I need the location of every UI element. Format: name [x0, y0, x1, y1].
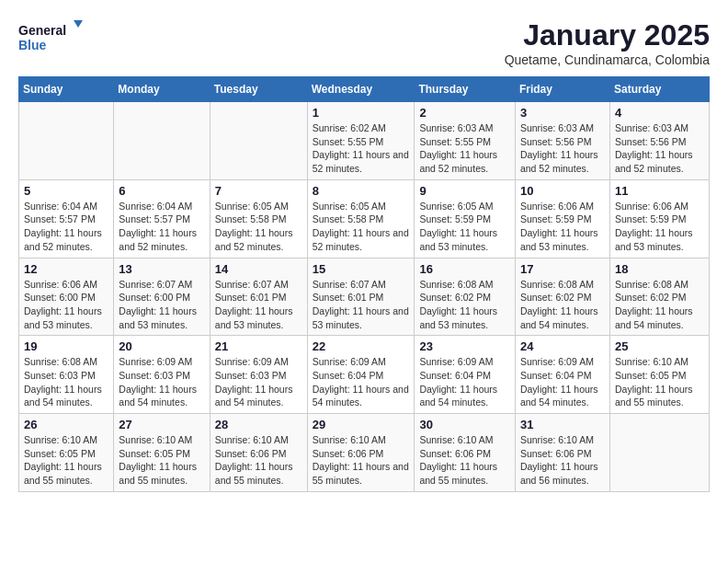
- calendar-table: Sunday Monday Tuesday Wednesday Thursday…: [18, 76, 710, 492]
- calendar-cell: 25 Sunrise: 6:10 AMSunset: 6:05 PMDaylig…: [609, 336, 709, 414]
- calendar-header: Sunday Monday Tuesday Wednesday Thursday…: [19, 77, 710, 102]
- calendar-week-3: 12 Sunrise: 6:06 AMSunset: 6:00 PMDaylig…: [19, 258, 710, 336]
- day-info: Sunrise: 6:02 AMSunset: 5:55 PMDaylight:…: [313, 121, 410, 176]
- calendar-cell: 24 Sunrise: 6:09 AMSunset: 6:04 PMDaylig…: [515, 336, 609, 414]
- svg-marker-2: [74, 20, 83, 28]
- day-info: Sunrise: 6:09 AMSunset: 6:04 PMDaylight:…: [520, 355, 605, 409]
- day-number: 25: [615, 339, 704, 353]
- svg-text:General: General: [18, 23, 66, 38]
- day-info: Sunrise: 6:10 AMSunset: 6:05 PMDaylight:…: [24, 433, 108, 488]
- day-info: Sunrise: 6:05 AMSunset: 5:58 PMDaylight:…: [313, 200, 410, 254]
- title-section: January 2025 Quetame, Cundinamarca, Colo…: [505, 18, 710, 67]
- calendar-cell: 16 Sunrise: 6:08 AMSunset: 6:02 PMDaylig…: [415, 258, 516, 336]
- calendar-cell: [19, 102, 114, 180]
- calendar-week-4: 19 Sunrise: 6:08 AMSunset: 6:03 PMDaylig…: [19, 336, 710, 414]
- header-thursday: Thursday: [415, 77, 516, 102]
- day-number: 16: [419, 262, 510, 276]
- calendar-week-2: 5 Sunrise: 6:04 AMSunset: 5:57 PMDayligh…: [19, 179, 710, 258]
- calendar-cell: 3 Sunrise: 6:03 AMSunset: 5:56 PMDayligh…: [515, 102, 609, 180]
- calendar-cell: 12 Sunrise: 6:06 AMSunset: 6:00 PMDaylig…: [19, 258, 114, 336]
- header-friday: Friday: [515, 77, 609, 102]
- day-info: Sunrise: 6:08 AMSunset: 6:03 PMDaylight:…: [24, 355, 108, 409]
- day-info: Sunrise: 6:05 AMSunset: 5:59 PMDaylight:…: [419, 200, 510, 254]
- day-number: 2: [419, 106, 510, 120]
- day-number: 26: [24, 418, 108, 431]
- day-info: Sunrise: 6:06 AMSunset: 5:59 PMDaylight:…: [520, 200, 605, 254]
- day-info: Sunrise: 6:10 AMSunset: 6:06 PMDaylight:…: [313, 433, 410, 488]
- day-info: Sunrise: 6:07 AMSunset: 6:00 PMDaylight:…: [119, 278, 204, 332]
- day-info: Sunrise: 6:09 AMSunset: 6:04 PMDaylight:…: [419, 355, 510, 409]
- day-number: 21: [215, 339, 302, 353]
- day-number: 30: [419, 418, 510, 431]
- calendar-week-5: 26 Sunrise: 6:10 AMSunset: 6:05 PMDaylig…: [19, 414, 710, 492]
- day-info: Sunrise: 6:09 AMSunset: 6:03 PMDaylight:…: [215, 355, 302, 409]
- day-number: 15: [313, 262, 410, 276]
- header-tuesday: Tuesday: [210, 77, 307, 102]
- calendar-cell: 1 Sunrise: 6:02 AMSunset: 5:55 PMDayligh…: [307, 102, 415, 180]
- day-number: 18: [615, 262, 704, 276]
- day-number: 5: [24, 184, 108, 198]
- header-row: Sunday Monday Tuesday Wednesday Thursday…: [19, 77, 710, 102]
- calendar-cell: 20 Sunrise: 6:09 AMSunset: 6:03 PMDaylig…: [114, 336, 210, 414]
- main-title: January 2025: [505, 18, 710, 52]
- calendar-cell: 18 Sunrise: 6:08 AMSunset: 6:02 PMDaylig…: [609, 258, 709, 336]
- day-info: Sunrise: 6:08 AMSunset: 6:02 PMDaylight:…: [520, 278, 605, 332]
- calendar-cell: 5 Sunrise: 6:04 AMSunset: 5:57 PMDayligh…: [19, 179, 114, 258]
- calendar-cell: 26 Sunrise: 6:10 AMSunset: 6:05 PMDaylig…: [19, 414, 114, 492]
- calendar-body: 1 Sunrise: 6:02 AMSunset: 5:55 PMDayligh…: [19, 102, 710, 492]
- day-number: 3: [520, 106, 605, 120]
- day-info: Sunrise: 6:06 AMSunset: 5:59 PMDaylight:…: [615, 200, 704, 254]
- calendar-cell: 6 Sunrise: 6:04 AMSunset: 5:57 PMDayligh…: [114, 179, 210, 258]
- day-info: Sunrise: 6:09 AMSunset: 6:03 PMDaylight:…: [119, 355, 204, 409]
- header-monday: Monday: [114, 77, 210, 102]
- calendar-cell: 30 Sunrise: 6:10 AMSunset: 6:06 PMDaylig…: [415, 414, 516, 492]
- svg-text:Blue: Blue: [18, 38, 47, 52]
- day-info: Sunrise: 6:03 AMSunset: 5:56 PMDaylight:…: [615, 121, 704, 176]
- day-number: 23: [419, 339, 510, 353]
- day-number: 31: [520, 418, 605, 431]
- day-number: 19: [24, 339, 108, 353]
- day-number: 7: [215, 184, 302, 198]
- day-info: Sunrise: 6:03 AMSunset: 5:56 PMDaylight:…: [520, 121, 605, 176]
- day-info: Sunrise: 6:08 AMSunset: 6:02 PMDaylight:…: [419, 278, 510, 332]
- day-number: 17: [520, 262, 605, 276]
- day-info: Sunrise: 6:07 AMSunset: 6:01 PMDaylight:…: [215, 278, 302, 332]
- calendar-cell: 13 Sunrise: 6:07 AMSunset: 6:00 PMDaylig…: [114, 258, 210, 336]
- subtitle: Quetame, Cundinamarca, Colombia: [505, 52, 710, 67]
- calendar-cell: 21 Sunrise: 6:09 AMSunset: 6:03 PMDaylig…: [210, 336, 307, 414]
- day-number: 1: [313, 106, 410, 120]
- calendar-cell: [114, 102, 210, 180]
- day-number: 8: [313, 184, 410, 198]
- calendar-cell: 9 Sunrise: 6:05 AMSunset: 5:59 PMDayligh…: [415, 179, 516, 258]
- calendar-cell: 14 Sunrise: 6:07 AMSunset: 6:01 PMDaylig…: [210, 258, 307, 336]
- day-number: 6: [119, 184, 204, 198]
- header-sunday: Sunday: [19, 77, 114, 102]
- day-info: Sunrise: 6:10 AMSunset: 6:06 PMDaylight:…: [419, 433, 510, 488]
- day-info: Sunrise: 6:10 AMSunset: 6:06 PMDaylight:…: [215, 433, 302, 488]
- day-number: 9: [419, 184, 510, 198]
- calendar-cell: [210, 102, 307, 180]
- day-number: 20: [119, 339, 204, 353]
- day-number: 14: [215, 262, 302, 276]
- day-info: Sunrise: 6:05 AMSunset: 5:58 PMDaylight:…: [215, 200, 302, 254]
- day-info: Sunrise: 6:04 AMSunset: 5:57 PMDaylight:…: [119, 200, 204, 254]
- day-info: Sunrise: 6:10 AMSunset: 6:05 PMDaylight:…: [119, 433, 204, 488]
- day-number: 4: [615, 106, 704, 120]
- calendar-cell: 23 Sunrise: 6:09 AMSunset: 6:04 PMDaylig…: [415, 336, 516, 414]
- day-number: 28: [215, 418, 302, 431]
- calendar-cell: 31 Sunrise: 6:10 AMSunset: 6:06 PMDaylig…: [515, 414, 609, 492]
- calendar-cell: 7 Sunrise: 6:05 AMSunset: 5:58 PMDayligh…: [210, 179, 307, 258]
- day-number: 13: [119, 262, 204, 276]
- day-info: Sunrise: 6:04 AMSunset: 5:57 PMDaylight:…: [24, 200, 108, 254]
- day-info: Sunrise: 6:03 AMSunset: 5:55 PMDaylight:…: [419, 121, 510, 176]
- header-wednesday: Wednesday: [307, 77, 415, 102]
- day-info: Sunrise: 6:08 AMSunset: 6:02 PMDaylight:…: [615, 278, 704, 332]
- calendar-cell: 8 Sunrise: 6:05 AMSunset: 5:58 PMDayligh…: [307, 179, 415, 258]
- day-info: Sunrise: 6:07 AMSunset: 6:01 PMDaylight:…: [313, 278, 410, 332]
- calendar-cell: [609, 414, 709, 492]
- day-number: 27: [119, 418, 204, 431]
- logo: General Blue: [18, 18, 83, 55]
- day-number: 29: [313, 418, 410, 431]
- calendar-cell: 11 Sunrise: 6:06 AMSunset: 5:59 PMDaylig…: [609, 179, 709, 258]
- day-number: 22: [313, 339, 410, 353]
